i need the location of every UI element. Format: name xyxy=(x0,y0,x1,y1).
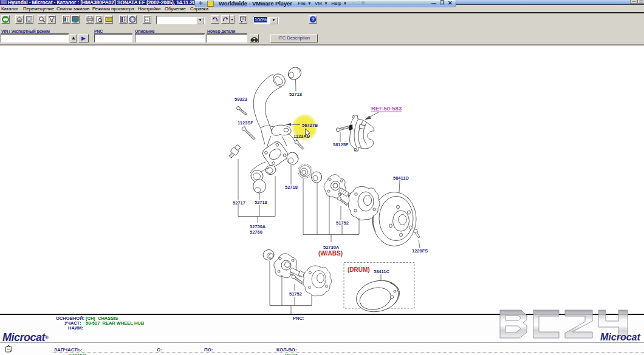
svg-text:REF.50-583: REF.50-583 xyxy=(371,105,402,112)
svg-text:52718: 52718 xyxy=(285,184,298,190)
svg-text:1220FS: 1220FS xyxy=(412,248,428,254)
svg-text:(W/ABS): (W/ABS) xyxy=(318,250,343,257)
svg-text:51752: 51752 xyxy=(289,291,302,297)
svg-text:52717: 52717 xyxy=(233,200,245,206)
svg-text:52718: 52718 xyxy=(255,200,267,205)
svg-text:?: ? xyxy=(311,16,314,22)
svg-text:56727B: 56727B xyxy=(302,123,318,128)
svg-text:$: $ xyxy=(131,17,134,22)
svg-text:52760: 52760 xyxy=(250,229,262,235)
svg-text:52718: 52718 xyxy=(289,92,302,97)
svg-text:58411C: 58411C xyxy=(374,269,389,274)
svg-text:58411D: 58411D xyxy=(393,175,409,181)
svg-text:51752: 51752 xyxy=(336,220,349,226)
svg-text:58125F: 58125F xyxy=(333,142,349,147)
svg-text:59323: 59323 xyxy=(235,96,247,102)
svg-text:1123SF: 1123SF xyxy=(238,120,253,126)
svg-text:(DRUM): (DRUM) xyxy=(348,266,370,273)
